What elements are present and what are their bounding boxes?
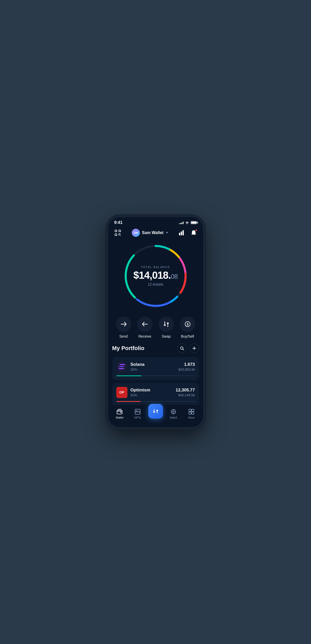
solana-usd: $43,003.34 <box>178 368 195 371</box>
balance-assets: 12 Assets <box>133 282 178 286</box>
bottom-nav: Wallet NFTs <box>108 404 203 427</box>
chevron-down-icon <box>166 232 169 234</box>
status-time: 9:41 <box>114 220 123 225</box>
notch <box>140 217 172 226</box>
balance-amount: $14,018.08 <box>133 270 178 280</box>
nav-wallet[interactable]: Wallet <box>111 408 129 419</box>
nav-nfts[interactable]: NFTs <box>129 408 147 419</box>
header: SW Sam Wallet <box>108 226 203 240</box>
svg-line-5 <box>120 235 121 236</box>
balance-label: TOTAL BALANCE <box>133 266 178 269</box>
svg-rect-1 <box>119 230 121 232</box>
swap-label: Swap <box>162 334 171 338</box>
optimism-progress <box>116 401 195 402</box>
portfolio-actions <box>177 343 199 353</box>
wifi-icon <box>185 221 189 224</box>
svg-rect-30 <box>189 412 191 414</box>
nav-web3-label: Web3 <box>170 416 177 419</box>
nav-wallet-label: Wallet <box>116 416 123 419</box>
optimism-name: Optimism <box>130 388 173 393</box>
optimism-info: Optimism 31% <box>130 388 173 397</box>
svg-line-20 <box>183 349 184 350</box>
receive-button[interactable]: Receive <box>137 317 153 338</box>
buysell-label: Buy/Sell <box>181 334 194 338</box>
balance-ring: TOTAL BALANCE $14,018.08 12 Assets <box>123 243 189 309</box>
solana-values: 1.673 $43,003.34 <box>178 362 195 371</box>
buysell-button[interactable]: $ Buy/Sell <box>180 317 195 338</box>
solana-name: Solana <box>130 362 175 367</box>
phone-screen: 9:41 <box>108 217 203 427</box>
portfolio-search-button[interactable] <box>177 343 187 353</box>
svg-rect-28 <box>189 409 191 411</box>
web3-nav-icon <box>170 408 177 415</box>
battery-icon <box>191 221 197 224</box>
nav-web3[interactable]: Web3 <box>165 408 183 419</box>
wallet-selector[interactable]: SW Sam Wallet <box>132 229 169 237</box>
header-right-icons <box>178 229 198 237</box>
svg-rect-29 <box>192 409 194 411</box>
svg-point-26 <box>136 410 137 411</box>
signal-icon <box>179 221 184 224</box>
svg-rect-2 <box>115 234 117 236</box>
svg-rect-6 <box>179 233 180 235</box>
wallet-nav-icon <box>116 408 123 415</box>
swap-button[interactable]: Swap <box>159 317 174 338</box>
wallet-name: Sam Wallet <box>142 230 163 235</box>
solana-amount: 1.673 <box>178 362 195 367</box>
optimism-amount: 12,305.77 <box>176 388 195 393</box>
portfolio-section: My Portfolio <box>108 343 203 404</box>
svg-rect-24 <box>120 412 121 413</box>
avatar: SW <box>132 229 140 237</box>
balance-info: TOTAL BALANCE $14,018.08 12 Assets <box>133 266 178 286</box>
nav-center <box>147 409 165 419</box>
optimism-icon: OP <box>116 387 127 398</box>
balance-section: TOTAL BALANCE $14,018.08 12 Assets <box>108 240 203 314</box>
asset-card-solana[interactable]: Solana 32% 1.673 $43,003.34 <box>112 357 199 380</box>
nav-more-label: More <box>188 416 194 419</box>
svg-rect-8 <box>183 230 184 235</box>
solana-progress <box>116 375 195 376</box>
status-icons <box>179 221 197 224</box>
nfts-nav-icon <box>134 408 141 415</box>
send-button[interactable]: Send <box>116 317 131 338</box>
optimism-usd: $42,149.56 <box>176 393 195 397</box>
optimism-percent: 31% <box>130 393 173 397</box>
svg-rect-31 <box>192 412 194 414</box>
chart-button[interactable] <box>178 229 186 237</box>
solana-icon <box>116 361 127 372</box>
notification-badge <box>195 229 197 231</box>
send-label: Send <box>119 334 128 338</box>
action-buttons: Send Receive Swap <box>108 314 203 343</box>
nav-nfts-label: NFTs <box>134 416 141 419</box>
phone-frame: 9:41 <box>106 215 205 429</box>
receive-label: Receive <box>138 334 151 338</box>
solana-info: Solana 32% <box>130 362 175 371</box>
more-nav-icon <box>188 408 195 415</box>
swap-center-button[interactable] <box>148 404 163 419</box>
svg-rect-7 <box>181 232 182 235</box>
nav-more[interactable]: More <box>183 408 201 419</box>
svg-rect-0 <box>115 230 117 232</box>
portfolio-title: My Portfolio <box>112 345 144 352</box>
optimism-values: 12,305.77 $42,149.56 <box>176 388 195 397</box>
svg-text:$: $ <box>187 322 189 326</box>
scan-button[interactable] <box>113 228 122 237</box>
solana-percent: 32% <box>130 368 175 371</box>
asset-card-optimism[interactable]: OP Optimism 31% 12,305.77 $42,149.56 <box>112 383 199 404</box>
portfolio-add-button[interactable] <box>189 343 199 353</box>
notifications-button[interactable] <box>190 229 198 237</box>
portfolio-header: My Portfolio <box>112 343 199 353</box>
